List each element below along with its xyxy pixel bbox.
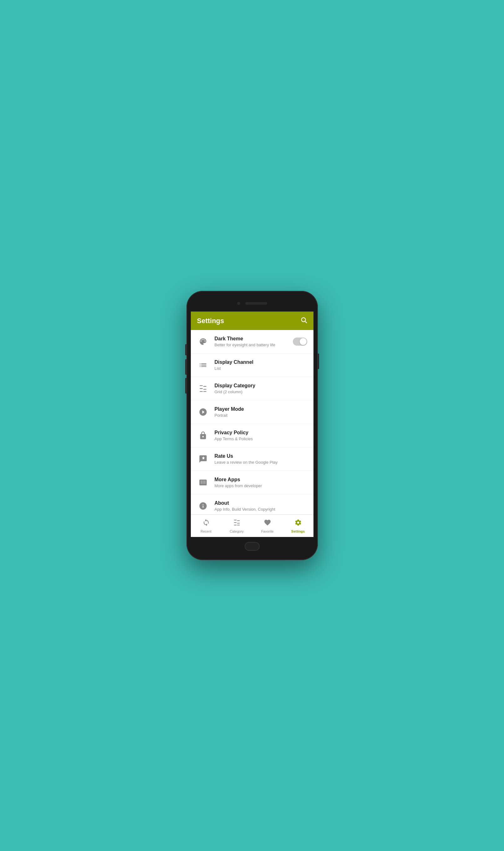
svg-line-1 <box>305 321 307 323</box>
settings-item-player-mode[interactable]: Player Mode Portrait <box>191 400 313 424</box>
volume-down-button <box>185 359 186 375</box>
rate-us-title: Rate Us <box>215 453 307 459</box>
display-channel-title: Display Channel <box>215 360 307 365</box>
nav-item-settings[interactable]: Settings <box>283 516 313 536</box>
grid-icon <box>197 383 209 395</box>
rate-us-text: Rate Us Leave a review on the Google Pla… <box>215 453 307 465</box>
top-bezel <box>191 295 313 312</box>
player-mode-text: Player Mode Portrait <box>215 406 307 418</box>
about-text: About App Info, Build Version, Copyright <box>215 500 307 511</box>
home-button <box>245 542 260 551</box>
privacy-policy-subtitle: App Terms & Policies <box>215 436 307 441</box>
palette-icon <box>197 336 209 348</box>
app-bar: Settings <box>191 312 313 330</box>
settings-item-more-apps[interactable]: More Apps More apps from developer <box>191 471 313 494</box>
camera <box>237 302 240 305</box>
display-channel-subtitle: List <box>215 366 307 371</box>
phone-screen: Settings <box>191 295 313 556</box>
bottom-bezel <box>191 537 313 556</box>
lock-icon <box>197 430 209 441</box>
display-category-text: Display Category Grid (2 column) <box>215 383 307 394</box>
settings-item-privacy-policy[interactable]: Privacy Policy App Terms & Policies <box>191 424 313 447</box>
more-apps-text: More Apps More apps from developer <box>215 477 307 488</box>
player-mode-title: Player Mode <box>215 406 307 412</box>
privacy-policy-text: Privacy Policy App Terms & Policies <box>215 430 307 441</box>
list-icon <box>197 359 209 371</box>
rate-icon <box>197 453 209 465</box>
category-label: Category <box>230 529 244 533</box>
dark-theme-text: Dark Theme Better for eyesight and batte… <box>215 336 287 347</box>
settings-item-rate-us[interactable]: Rate Us Leave a review on the Google Pla… <box>191 447 313 471</box>
display-category-title: Display Category <box>215 383 307 388</box>
app-bar-title: Settings <box>197 317 224 325</box>
about-subtitle: App Info, Build Version, Copyright <box>215 507 307 511</box>
silent-button <box>185 378 186 394</box>
recent-icon <box>202 519 210 528</box>
nav-item-favorite[interactable]: Favorite <box>252 516 283 536</box>
favorite-icon <box>264 519 271 528</box>
more-apps-subtitle: More apps from developer <box>215 483 307 488</box>
nav-item-recent[interactable]: Recent <box>191 516 221 536</box>
favorite-label: Favorite <box>261 529 274 533</box>
display-category-subtitle: Grid (2 column) <box>215 389 307 394</box>
more-apps-icon <box>197 476 209 488</box>
settings-item-about[interactable]: About App Info, Build Version, Copyright <box>191 494 313 515</box>
settings-item-dark-theme[interactable]: Dark Theme Better for eyesight and batte… <box>191 330 313 353</box>
settings-nav-icon <box>294 519 302 528</box>
dark-theme-title: Dark Theme <box>215 336 287 342</box>
speaker <box>245 302 267 305</box>
bottom-nav: Recent Category <box>191 515 313 537</box>
settings-nav-label: Settings <box>291 529 305 533</box>
dark-theme-toggle-switch[interactable] <box>293 337 307 346</box>
settings-list: Dark Theme Better for eyesight and batte… <box>191 330 313 515</box>
play-icon <box>197 406 209 418</box>
phone-device: Settings <box>186 291 318 560</box>
nav-item-category[interactable]: Category <box>221 516 252 536</box>
rate-us-subtitle: Leave a review on the Google Play <box>215 460 307 465</box>
recent-label: Recent <box>200 529 212 533</box>
power-button <box>318 353 319 369</box>
screen-content: Settings <box>191 312 313 537</box>
more-apps-title: More Apps <box>215 477 307 483</box>
privacy-policy-title: Privacy Policy <box>215 430 307 435</box>
search-button[interactable] <box>300 316 307 325</box>
display-channel-text: Display Channel List <box>215 360 307 371</box>
category-icon <box>233 519 240 528</box>
player-mode-subtitle: Portrait <box>215 413 307 418</box>
settings-item-display-category[interactable]: Display Category Grid (2 column) <box>191 377 313 400</box>
settings-item-display-channel[interactable]: Display Channel List <box>191 353 313 377</box>
about-title: About <box>215 500 307 506</box>
dark-theme-subtitle: Better for eyesight and battery life <box>215 343 287 347</box>
info-icon <box>197 500 209 512</box>
volume-up-button <box>185 344 186 355</box>
dark-theme-toggle[interactable] <box>293 337 307 346</box>
